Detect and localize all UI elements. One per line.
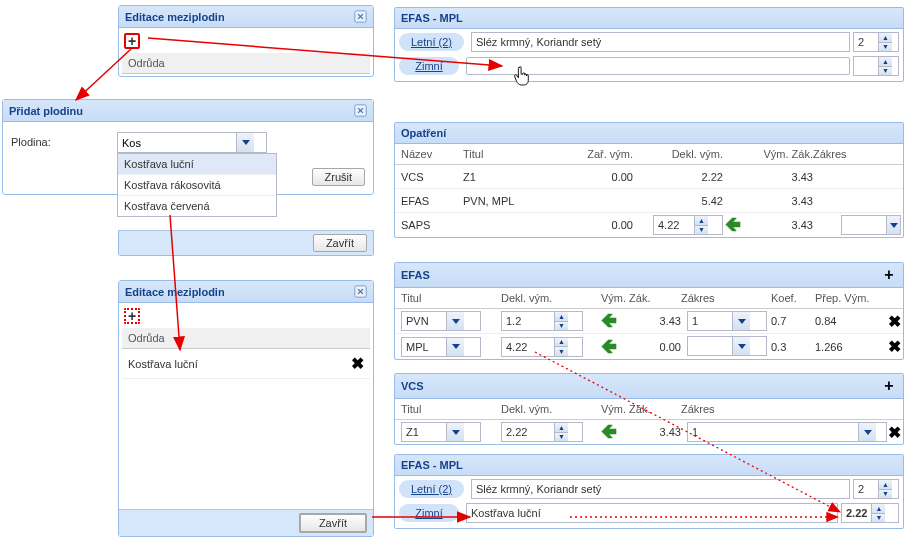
letni-count-spinner[interactable]: 2 ▲▼ [853, 32, 899, 52]
cell-vymzak: 3.43 [723, 171, 813, 183]
spinner-up-icon[interactable]: ▲ [555, 423, 568, 433]
svg-marker-6 [738, 319, 746, 324]
letni-count-spinner[interactable]: 2 ▲▼ [853, 479, 899, 499]
close-icon[interactable] [354, 10, 367, 23]
chevron-down-icon[interactable] [446, 338, 464, 356]
cell-zar: 0.00 [553, 219, 633, 231]
spinner-down-icon[interactable]: ▼ [555, 322, 568, 331]
th-zakres: Zákres [813, 148, 901, 160]
th-prep: Přep. Vým. [815, 292, 901, 304]
th-zakres: Zákres [681, 292, 771, 304]
spinner-down-icon[interactable]: ▼ [879, 67, 892, 76]
letni-value-field[interactable]: Sléz krmný, Koriandr setý [471, 479, 850, 499]
close-icon[interactable] [354, 285, 367, 298]
panel-edit-meziplodin-2: Editace meziplodin + Odrůda Kostřava luč… [118, 280, 374, 537]
spinner-down-icon[interactable]: ▼ [879, 43, 892, 52]
zimni-value-field[interactable] [466, 57, 850, 75]
plodina-input[interactable] [118, 133, 236, 152]
spinner-down-icon[interactable]: ▼ [555, 433, 568, 442]
cell-vymzak: 3.43 [743, 219, 813, 231]
zimni-count-spinner[interactable]: ▲▼ [853, 56, 899, 76]
th-dekl: Dekl. vým. [501, 403, 601, 415]
titul-select[interactable]: PVN [401, 311, 481, 331]
spinner-up-icon[interactable]: ▲ [879, 57, 892, 67]
titul-select[interactable]: MPL [401, 337, 481, 357]
spinner-up-icon[interactable]: ▲ [879, 480, 892, 490]
arrow-left-icon[interactable]: 🡸 [601, 338, 617, 355]
cell-dekl: 5.42 [633, 195, 723, 207]
chevron-down-icon[interactable] [732, 337, 750, 355]
table-header-row: Titul Dekl. vým. Vým. Zák. Zákres [395, 399, 903, 420]
close-icon[interactable] [354, 104, 367, 117]
cell-zar: 0.00 [553, 171, 633, 183]
cell-nazev: SAPS [401, 219, 463, 231]
zimni-count-spinner[interactable]: 2.22 ▲▼ [841, 503, 899, 523]
chevron-down-icon[interactable] [446, 312, 464, 330]
svg-marker-5 [452, 319, 460, 324]
close-button[interactable]: Zavřít [299, 513, 367, 533]
dekl-spinner[interactable]: 1.2 ▲▼ [501, 311, 583, 331]
zakres-select[interactable]: 1 [687, 311, 767, 331]
panel-title[interactable]: Editace meziplodin [119, 6, 373, 28]
spinner-up-icon[interactable]: ▲ [872, 504, 885, 514]
close-button[interactable]: Zavřít [313, 234, 367, 252]
dropdown-option[interactable]: Kostřava rákosovitá [118, 175, 276, 196]
table-row: Z1 2.22 ▲▼ 🡸 3.43 1 ✖ [395, 420, 903, 444]
dekl-spinner[interactable]: 2.22 ▲▼ [501, 422, 583, 442]
spinner-down-icon[interactable]: ▼ [879, 490, 892, 499]
chevron-down-icon[interactable] [236, 133, 254, 152]
th-koef: Koef. [771, 292, 815, 304]
spinner-up-icon[interactable]: ▲ [695, 216, 708, 226]
zimni-value-field[interactable]: Kostřava luční [466, 503, 838, 523]
add-icon[interactable]: + [881, 267, 897, 283]
chevron-down-icon[interactable] [446, 423, 464, 441]
spinner-down-icon[interactable]: ▼ [872, 514, 885, 523]
delete-row-icon[interactable]: ✖ [888, 423, 901, 442]
add-row-icon[interactable]: + [124, 308, 140, 324]
spinner-up-icon[interactable]: ▲ [879, 33, 892, 43]
cancel-button[interactable]: Zrušit [312, 168, 366, 186]
arrow-left-icon[interactable]: 🡸 [725, 216, 741, 233]
spinner-up-icon[interactable]: ▲ [555, 312, 568, 322]
dekl-spinner[interactable]: 4.22 ▲▼ [501, 337, 583, 357]
cell-titul: Z1 [463, 171, 553, 183]
add-row-icon[interactable]: + [124, 33, 140, 49]
cell-vymzak: 3.43 [621, 426, 681, 438]
add-icon[interactable]: + [881, 378, 897, 394]
tab-letni[interactable]: Letní (2) [399, 480, 464, 498]
spinner-up-icon[interactable]: ▲ [555, 338, 568, 348]
delete-row-icon[interactable]: ✖ [351, 354, 364, 373]
letni-value-field[interactable]: Sléz krmný, Koriandr setý [471, 32, 850, 52]
tab-letni[interactable]: Letní (2) [399, 33, 464, 51]
panel-title[interactable]: Editace meziplodin [119, 281, 373, 303]
tab-zimni[interactable]: Zimní [399, 57, 459, 75]
zakres-select[interactable] [687, 336, 767, 356]
dropdown-option[interactable]: Kostřava luční [118, 154, 276, 175]
arrow-left-icon[interactable]: 🡸 [601, 423, 617, 440]
plodina-combobox[interactable]: Kostřava luční Kostřava rákosovitá Kostř… [117, 132, 267, 153]
panel-title[interactable]: Přidat plodinu [3, 100, 373, 122]
panel-title-text: Editace meziplodin [125, 11, 225, 23]
zakres-select[interactable]: 1 [687, 422, 887, 442]
field-label-plodina: Plodina: [11, 132, 111, 148]
chevron-down-icon[interactable] [732, 312, 750, 330]
cell-prep: 1.266 [815, 341, 888, 353]
grid-cell-odruda: Kostřava luční [128, 358, 198, 370]
spinner-down-icon[interactable]: ▼ [555, 347, 568, 356]
spinner-down-icon[interactable]: ▼ [695, 226, 708, 235]
dropdown-option[interactable]: Kostřava červená [118, 196, 276, 216]
svg-marker-7 [452, 344, 460, 349]
tab-zimni[interactable]: Zimní [399, 504, 459, 522]
delete-row-icon[interactable]: ✖ [888, 312, 901, 331]
delete-row-icon[interactable]: ✖ [888, 337, 901, 356]
panel-title-text: Opatření [401, 127, 446, 139]
dekl-spinner[interactable]: 4.22 ▲▼ [653, 215, 723, 235]
cell-koef: 0.7 [771, 315, 815, 327]
chevron-down-icon[interactable] [886, 216, 900, 234]
zakres-select[interactable] [841, 215, 901, 235]
arrow-left-icon[interactable]: 🡸 [601, 312, 617, 329]
table-row: EFAS PVN, MPL 5.42 3.43 [395, 189, 903, 213]
cell-vymzak: 0.00 [621, 341, 681, 353]
chevron-down-icon[interactable] [858, 423, 876, 441]
titul-select[interactable]: Z1 [401, 422, 481, 442]
